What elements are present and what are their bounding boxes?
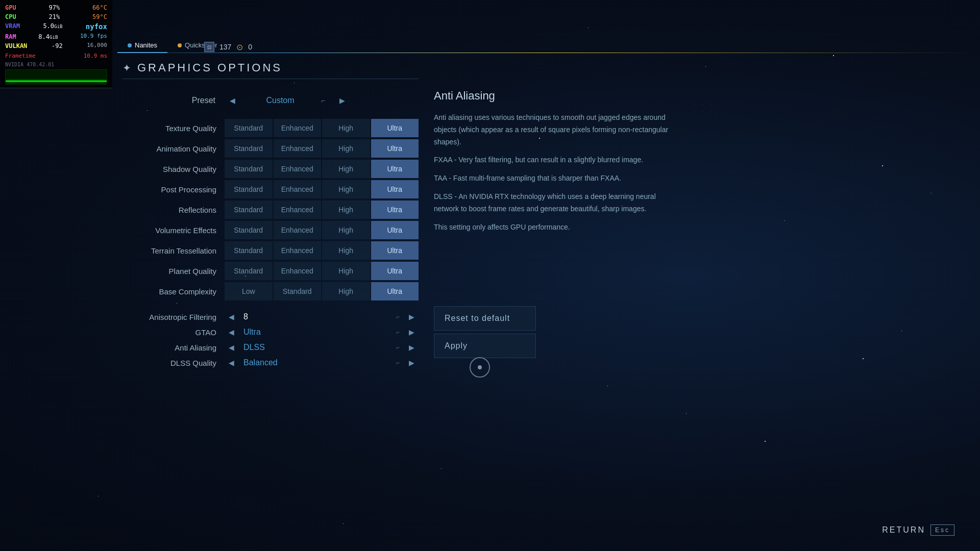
opt-terrain-ultra[interactable]: Ultra <box>371 241 419 260</box>
opt-volumetric-high[interactable]: High <box>322 221 370 239</box>
dot-pattern-4: · · · ·· · · · <box>868 204 897 216</box>
anisotropic-prev-button[interactable]: ◀ <box>225 311 238 323</box>
dlss-quality-prev-button[interactable]: ◀ <box>225 357 238 369</box>
settings-icon: ✦ <box>122 62 131 74</box>
slider-row-gtao: GTAO ◀ Ultra ⌐ ▶ <box>122 326 419 338</box>
preset-next-button[interactable]: ▶ <box>335 94 349 107</box>
warning-val: 0 <box>248 43 252 51</box>
hud-ram-val: 8.4GiB <box>38 32 58 41</box>
anti-aliasing-value: DLSS <box>243 343 284 352</box>
setting-name-base-complexity: Base Complexity <box>122 287 225 296</box>
setting-options-volumetric-effects: Standard Enhanced High Ultra <box>225 221 419 239</box>
info-body: Anti aliasing uses various techniques to… <box>434 112 679 233</box>
opt-post-ultra[interactable]: Ultra <box>371 180 419 198</box>
hud-vram-val: 5.0GiB <box>43 21 62 32</box>
opt-planet-ultra[interactable]: Ultra <box>371 262 419 280</box>
slider-name-anisotropic: Anisotropic Filtering <box>122 313 225 321</box>
dot-pattern-3: · · · ·· · · · <box>674 347 703 359</box>
opt-terrain-high[interactable]: High <box>322 241 370 260</box>
opt-animation-enhanced[interactable]: Enhanced <box>274 139 322 158</box>
info-para-4: DLSS - An NVIDIA RTX technology which us… <box>434 191 679 215</box>
opt-animation-high[interactable]: High <box>322 139 370 158</box>
return-button[interactable]: RETURN Esc <box>882 524 954 536</box>
hud-gpu-temp: 66°C <box>92 3 107 12</box>
opt-shadow-enhanced[interactable]: Enhanced <box>274 160 322 178</box>
opt-texture-standard[interactable]: Standard <box>225 119 273 137</box>
dlss-quality-value: Balanced <box>243 358 284 367</box>
preset-prev-button[interactable]: ◀ <box>226 94 239 107</box>
gtao-next-button[interactable]: ▶ <box>405 326 419 338</box>
dot-pattern-2: · · · ·· · · · <box>694 102 724 114</box>
char-count: 137 <box>219 43 231 51</box>
opt-planet-high[interactable]: High <box>322 262 370 280</box>
setting-row-post-processing: Post Processing Standard Enhanced High U… <box>122 180 419 198</box>
setting-name-reflections: Reflections <box>122 206 225 214</box>
setting-options-shadow-quality: Standard Enhanced High Ultra <box>225 160 419 178</box>
setting-name-animation-quality: Animation Quality <box>122 144 225 153</box>
opt-shadow-high[interactable]: High <box>322 160 370 178</box>
opt-texture-ultra[interactable]: Ultra <box>371 119 419 137</box>
hud-gpu-val: 97% <box>49 3 60 12</box>
char-icon: ⊡ <box>204 42 214 52</box>
opt-shadow-ultra[interactable]: Ultra <box>371 160 419 178</box>
anti-aliasing-corner: ⌐ <box>396 344 400 351</box>
anti-aliasing-next-button[interactable]: ▶ <box>405 341 419 354</box>
opt-post-enhanced[interactable]: Enhanced <box>274 180 322 198</box>
opt-reflections-ultra[interactable]: Ultra <box>371 201 419 219</box>
opt-texture-high[interactable]: High <box>322 119 370 137</box>
slider-controls-anisotropic: ◀ 8 ⌐ ▶ <box>225 311 419 323</box>
setting-row-base-complexity: Base Complexity Low Standard High Ultra <box>122 282 419 300</box>
apply-button[interactable]: Apply <box>434 334 536 358</box>
setting-options-planet-quality: Standard Enhanced High Ultra <box>225 262 419 280</box>
setting-name-texture-quality: Texture Quality <box>122 124 225 133</box>
reset-to-default-button[interactable]: Reset to default <box>434 306 536 331</box>
opt-texture-enhanced[interactable]: Enhanced <box>274 119 322 137</box>
hud-counter: 16,000 <box>87 41 107 51</box>
anti-aliasing-prev-button[interactable]: ◀ <box>225 341 238 354</box>
nav-tab-nanites[interactable]: Nanites <box>117 38 167 53</box>
slider-controls-gtao: ◀ Ultra ⌐ ▶ <box>225 326 419 338</box>
opt-animation-standard[interactable]: Standard <box>225 139 273 158</box>
opt-volumetric-ultra[interactable]: Ultra <box>371 221 419 239</box>
opt-planet-enhanced[interactable]: Enhanced <box>274 262 322 280</box>
setting-row-reflections: Reflections Standard Enhanced High Ultra <box>122 201 419 219</box>
opt-post-standard[interactable]: Standard <box>225 180 273 198</box>
circle-indicator <box>470 357 490 378</box>
opt-reflections-enhanced[interactable]: Enhanced <box>274 201 322 219</box>
panel-title: ✦ GRAPHICS OPTIONS <box>122 61 419 79</box>
info-para-5: This setting only affects GPU performanc… <box>434 221 679 234</box>
settings-grid: Texture Quality Standard Enhanced High U… <box>122 119 419 300</box>
setting-options-base-complexity: Low Standard High Ultra <box>225 282 419 300</box>
dlss-quality-next-button[interactable]: ▶ <box>405 357 419 369</box>
opt-reflections-standard[interactable]: Standard <box>225 201 273 219</box>
nav-divider <box>112 53 980 53</box>
opt-volumetric-enhanced[interactable]: Enhanced <box>274 221 322 239</box>
main-panel: ✦ GRAPHICS OPTIONS Preset ◀ Custom ⌐ ▶ T… <box>122 61 419 372</box>
hud-cpu-temp: 59°C <box>92 12 107 21</box>
opt-planet-standard[interactable]: Standard <box>225 262 273 280</box>
opt-animation-ultra[interactable]: Ultra <box>371 139 419 158</box>
opt-shadow-standard[interactable]: Standard <box>225 160 273 178</box>
setting-row-volumetric-effects: Volumetric Effects Standard Enhanced Hig… <box>122 221 419 239</box>
preset-label: Preset <box>192 96 215 105</box>
opt-reflections-high[interactable]: High <box>322 201 370 219</box>
gtao-prev-button[interactable]: ◀ <box>225 326 238 338</box>
preset-row: Preset ◀ Custom ⌐ ▶ <box>122 94 419 107</box>
nav-dot-nanites <box>128 43 132 47</box>
setting-row-animation-quality: Animation Quality Standard Enhanced High… <box>122 139 419 158</box>
gtao-corner: ⌐ <box>396 329 400 336</box>
opt-base-standard[interactable]: Standard <box>274 282 322 300</box>
opt-post-high[interactable]: High <box>322 180 370 198</box>
opt-volumetric-standard[interactable]: Standard <box>225 221 273 239</box>
opt-base-low[interactable]: Low <box>225 282 273 300</box>
slider-row-anisotropic: Anisotropic Filtering ◀ 8 ⌐ ▶ <box>122 311 419 323</box>
return-key-badge: Esc <box>930 524 954 536</box>
opt-base-ultra[interactable]: Ultra <box>371 282 419 300</box>
opt-terrain-enhanced[interactable]: Enhanced <box>274 241 322 260</box>
opt-base-high[interactable]: High <box>322 282 370 300</box>
anisotropic-next-button[interactable]: ▶ <box>405 311 419 323</box>
setting-options-texture-quality: Standard Enhanced High Ultra <box>225 119 419 137</box>
opt-terrain-standard[interactable]: Standard <box>225 241 273 260</box>
hud-fps: 10.9 fps <box>80 32 107 41</box>
nav-tab-nanites-label: Nanites <box>135 41 157 49</box>
